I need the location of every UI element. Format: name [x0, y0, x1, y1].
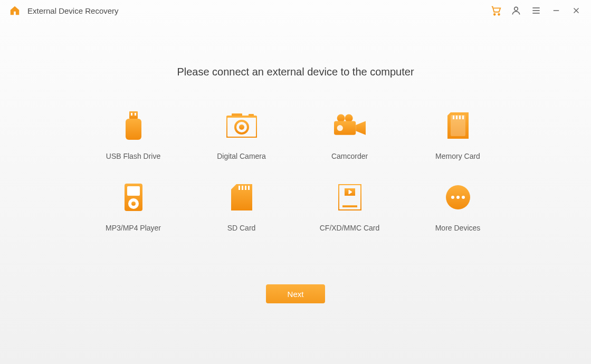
close-button[interactable]	[570, 4, 583, 17]
home-button[interactable]	[8, 4, 21, 17]
titlebar-left: External Device Recovery	[8, 4, 119, 17]
instruction-text: Please connect an external device to the…	[0, 66, 591, 78]
svg-rect-23	[453, 116, 454, 119]
more-devices-icon	[442, 181, 474, 213]
device-digital-camera[interactable]: Digital Camera	[187, 110, 296, 160]
device-label: CF/XD/MMC Card	[320, 224, 380, 232]
device-label: MP3/MP4 Player	[106, 224, 161, 232]
svg-rect-11	[135, 113, 136, 116]
memory-card-icon	[442, 110, 474, 141]
svg-point-39	[451, 196, 454, 199]
svg-point-19	[345, 114, 352, 122]
titlebar-right	[490, 4, 583, 17]
svg-rect-34	[248, 186, 250, 190]
device-camcorder[interactable]: Camcorder	[296, 110, 404, 160]
svg-rect-12	[126, 119, 141, 140]
svg-rect-33	[245, 186, 246, 190]
user-icon	[511, 5, 521, 16]
device-sd-card[interactable]: SD Card	[187, 181, 296, 232]
app-title: External Device Recovery	[27, 6, 119, 15]
svg-point-21	[337, 125, 342, 131]
svg-rect-28	[127, 186, 140, 196]
svg-rect-9	[129, 111, 138, 119]
svg-point-1	[498, 14, 500, 15]
svg-point-41	[462, 196, 465, 199]
svg-rect-10	[131, 113, 132, 116]
svg-rect-31	[239, 186, 240, 190]
svg-rect-25	[459, 116, 461, 119]
minimize-button[interactable]	[550, 4, 563, 17]
device-more-devices[interactable]: More Devices	[404, 181, 512, 232]
cart-button[interactable]	[490, 4, 502, 17]
cart-icon	[490, 5, 502, 16]
device-cf-xd-mmc-card[interactable]: CF/XD/MMC Card	[296, 181, 404, 232]
svg-point-18	[337, 114, 345, 122]
sd-card-icon	[226, 181, 258, 213]
device-mp3-mp4-player[interactable]: MP3/MP4 Player	[79, 181, 187, 232]
svg-point-30	[131, 202, 136, 206]
device-label: SD Card	[227, 224, 256, 232]
cf-card-icon	[334, 181, 366, 213]
device-label: More Devices	[435, 224, 481, 232]
mp3-player-icon	[118, 181, 149, 213]
close-icon	[571, 6, 581, 15]
digital-camera-icon	[226, 110, 258, 141]
svg-rect-26	[462, 116, 464, 119]
svg-point-2	[514, 7, 518, 11]
device-label: Digital Camera	[217, 152, 266, 160]
svg-point-40	[456, 196, 460, 199]
usb-flash-drive-icon	[118, 110, 149, 141]
camcorder-icon	[334, 110, 366, 141]
main-content: Please connect an external device to the…	[0, 21, 591, 232]
minimize-icon	[551, 6, 561, 15]
device-label: Camcorder	[331, 152, 368, 160]
svg-rect-32	[242, 186, 243, 190]
device-memory-card[interactable]: Memory Card	[404, 110, 512, 160]
svg-point-17	[239, 124, 244, 130]
svg-rect-37	[342, 205, 357, 207]
menu-button[interactable]	[530, 4, 542, 17]
device-usb-flash-drive[interactable]: USB Flash Drive	[79, 110, 187, 160]
device-label: Memory Card	[435, 152, 480, 160]
svg-rect-24	[456, 116, 457, 119]
titlebar: External Device Recovery	[0, 0, 591, 21]
home-icon	[9, 5, 21, 16]
device-label: USB Flash Drive	[106, 152, 160, 160]
svg-point-0	[494, 14, 495, 15]
next-button[interactable]: Next	[266, 284, 325, 303]
account-button[interactable]	[510, 4, 522, 17]
device-grid: USB Flash Drive Digital Camera	[79, 110, 512, 232]
menu-icon	[531, 5, 541, 16]
